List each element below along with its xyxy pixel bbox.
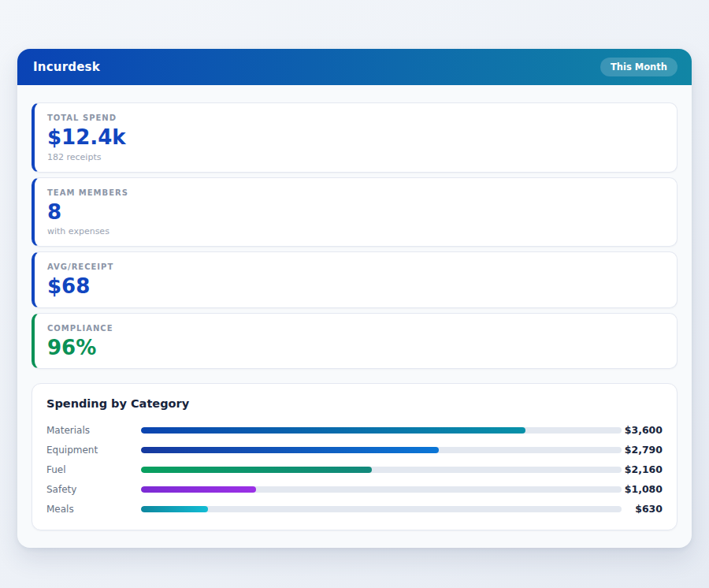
category-label: Meals (46, 504, 141, 515)
chart-row-meals: Meals $630 (46, 499, 663, 519)
bar-fill (141, 467, 372, 473)
bar-track (141, 447, 622, 453)
stat-label: TOTAL SPEND (47, 114, 663, 122)
stat-card-avg-receipt: AVG/RECEIPT $68 (32, 251, 677, 308)
stat-card-team-members: TEAM MEMBERS 8 with expenses (32, 177, 677, 247)
chart-row-safety: Safety $1,080 (46, 479, 663, 499)
stat-value: $12.4k (47, 126, 663, 149)
app-header: Incurdesk This Month (17, 49, 692, 85)
bar-fill (141, 447, 439, 453)
category-value: $2,160 (622, 463, 663, 475)
stat-value: $68 (47, 275, 663, 298)
chart-row-fuel: Fuel $2,160 (46, 460, 663, 479)
dashboard-content: TOTAL SPEND $12.4k 182 receipts TEAM MEM… (17, 85, 692, 548)
stat-subtext: 182 receipts (47, 152, 663, 162)
stat-value: 96% (47, 337, 663, 359)
category-value: $2,790 (622, 444, 663, 456)
category-label: Safety (46, 484, 141, 495)
stat-subtext: with expenses (47, 226, 663, 236)
category-value: $3,600 (622, 424, 663, 436)
category-label: Materials (46, 425, 141, 436)
spending-by-category-card: Spending by Category Materials $3,600 Eq… (32, 383, 677, 530)
category-label: Fuel (46, 464, 141, 475)
stat-value: 8 (47, 201, 663, 224)
app-title: Incurdesk (33, 60, 100, 74)
category-value: $1,080 (622, 483, 663, 495)
dashboard-card: Incurdesk This Month TOTAL SPEND $12.4k … (17, 49, 692, 548)
stat-card-total-spend: TOTAL SPEND $12.4k 182 receipts (32, 102, 677, 173)
category-label: Equipment (46, 445, 141, 456)
bar-track (141, 506, 622, 512)
bar-fill (141, 486, 256, 493)
chart-title: Spending by Category (46, 397, 663, 410)
bar-fill (141, 427, 525, 434)
stat-label: COMPLIANCE (47, 324, 663, 333)
stat-label: TEAM MEMBERS (47, 188, 663, 197)
bar-fill (141, 506, 208, 512)
category-value: $630 (622, 503, 663, 515)
bar-track (141, 486, 622, 493)
stat-label: AVG/RECEIPT (47, 262, 663, 271)
chart-row-equipment: Equipment $2,790 (46, 440, 663, 460)
period-badge[interactable]: This Month (600, 58, 677, 76)
bar-track (141, 427, 622, 434)
bar-track (141, 467, 622, 473)
stat-card-compliance: COMPLIANCE 96% (32, 313, 677, 370)
chart-row-materials: Materials $3,600 (46, 420, 663, 440)
